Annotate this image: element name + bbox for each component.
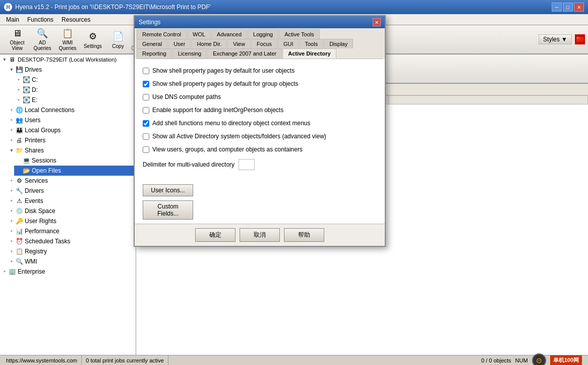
checkbox-row-view-containers: View users, groups, and computer objects… xyxy=(143,146,377,153)
tab-active-directory[interactable]: Active Directory xyxy=(282,48,336,59)
checkbox-inet-org-label: Enable support for adding InetOrgPerson … xyxy=(152,107,283,114)
tab-logging[interactable]: Logging xyxy=(248,29,278,39)
tree-drivers[interactable]: + 🔧 Drivers xyxy=(7,186,136,196)
right-toolbar-area: Styles ▼ 🇨🇳 xyxy=(539,34,585,44)
tree-services[interactable]: + ⚙ Services xyxy=(7,176,136,186)
tree-registry[interactable]: + 📋 Registry xyxy=(7,246,136,256)
tree-open-files[interactable]: 📂 Open Files xyxy=(14,166,136,176)
tab-general[interactable]: General xyxy=(137,39,167,48)
tab-reporting[interactable]: Reporting xyxy=(137,48,172,59)
tree-scheduled-tasks[interactable]: + ⏰ Scheduled Tasks xyxy=(7,236,136,246)
checkbox-shell-group[interactable] xyxy=(143,81,149,87)
tree-shares[interactable]: ▼ 📁 Shares xyxy=(7,145,136,155)
svc-icon: ⚙ xyxy=(15,177,23,185)
tab-view[interactable]: View xyxy=(227,39,251,48)
tree-performance[interactable]: + 📊 Performance xyxy=(7,226,136,236)
tab-focus[interactable]: Focus xyxy=(251,39,277,48)
tab-licensing[interactable]: Licensing xyxy=(172,48,207,59)
status-print: 0 total print jobs currently active xyxy=(82,355,168,365)
checkbox-view-containers[interactable] xyxy=(143,146,149,153)
checkbox-shell-functions[interactable] xyxy=(143,120,149,127)
user-icons-button[interactable]: User Icons... xyxy=(143,184,193,196)
shares-label: Shares xyxy=(25,147,44,154)
perf-label: Performance xyxy=(25,228,60,235)
custom-fields-button[interactable]: Custom Fields... xyxy=(143,200,193,220)
tree-printers[interactable]: + 🖨 Printers xyxy=(7,135,136,145)
checkbox-view-containers-label: View users, groups, and computer objects… xyxy=(152,146,303,153)
ds-expand: + xyxy=(8,207,15,215)
tab-gui[interactable]: GUI xyxy=(278,39,299,48)
printers-expand: + xyxy=(8,137,15,144)
root-expand-icon: ▼ xyxy=(1,56,8,63)
of-label: Open Files xyxy=(32,167,61,174)
tab-wol[interactable]: WOL xyxy=(187,29,211,39)
dialog-content: Show shell property pages by default for… xyxy=(135,59,385,184)
drive-d-label: D: xyxy=(32,86,38,93)
object-view-icon: 🖥 xyxy=(11,28,23,39)
st-expand: + xyxy=(8,238,15,245)
tree-enterprise[interactable]: + 🏢 Enterprise xyxy=(0,267,136,277)
dialog-close-button[interactable]: ✕ xyxy=(373,18,381,26)
tree-wmi[interactable]: + 🔍 WMI xyxy=(7,256,136,267)
svc-label: Services xyxy=(25,177,48,184)
tree-events[interactable]: + ⚠ Events xyxy=(7,196,136,206)
dialog-inner-buttons: User Icons... Custom Fields... xyxy=(135,184,385,224)
drive-e-expand: + xyxy=(15,96,22,103)
tree-users[interactable]: + 👥 Users xyxy=(7,115,136,125)
ad-queries-button[interactable]: 🔍 ADQueries xyxy=(30,28,54,51)
tab-advanced[interactable]: Advanced xyxy=(211,29,247,39)
checkbox-row-dns: Use DNS computer paths xyxy=(143,93,377,100)
checkbox-row-shell-user: Show shell property pages by default for… xyxy=(143,67,377,74)
title-bar: H Hyena v15.2 - Print jobs on '\\DESKTOP… xyxy=(0,0,588,14)
tree-root[interactable]: ▼ 🖥 DESKTOP-7S29EIT (Local Workstation) xyxy=(0,55,136,65)
tree-drive-c[interactable]: + 💽 C: xyxy=(14,75,136,85)
sessions-icon: 💻 xyxy=(22,157,30,165)
reg-label: Registry xyxy=(25,248,47,255)
tab-tools[interactable]: Tools xyxy=(299,39,323,48)
wmi-label: WMI xyxy=(25,258,37,265)
checkbox-dns-label: Use DNS computer paths xyxy=(152,93,221,100)
tree-local-groups[interactable]: + 👪 Local Groups xyxy=(7,125,136,135)
tree-drive-e[interactable]: + 💽 E: xyxy=(14,95,136,105)
checkbox-row-inet-org: Enable support for adding InetOrgPerson … xyxy=(143,107,377,114)
checkbox-show-all[interactable] xyxy=(143,133,149,140)
settings-button[interactable]: ⚙ Settings xyxy=(81,28,105,51)
settings-dialog: Settings ✕ Remote Control WOL Advanced L… xyxy=(134,15,386,247)
wmi-queries-button[interactable]: 📋 WMIQueries xyxy=(55,28,80,51)
cancel-button[interactable]: 取消 xyxy=(240,228,280,242)
checkbox-dns[interactable] xyxy=(143,94,149,100)
maximize-button[interactable]: □ xyxy=(563,3,573,12)
tabs-row-3: Reporting Licensing Exchange 2007 and La… xyxy=(137,48,383,59)
delimiter-input[interactable] xyxy=(239,159,255,170)
menu-resources[interactable]: Resources xyxy=(57,15,94,24)
tab-remote-control[interactable]: Remote Control xyxy=(137,29,187,39)
tree-user-rights[interactable]: + 🔑 User Rights xyxy=(7,216,136,226)
tree-drives[interactable]: ▼ 💾 Drives xyxy=(7,65,136,75)
app-icon: H xyxy=(4,3,12,11)
minimize-button[interactable]: ─ xyxy=(552,3,562,12)
checkbox-inet-org[interactable] xyxy=(143,107,149,114)
ur-expand: + xyxy=(8,218,15,225)
flag-icon: 🇨🇳 xyxy=(575,34,585,44)
wmi-icon: 🔍 xyxy=(15,257,23,266)
tab-user[interactable]: User xyxy=(168,39,191,48)
tab-exchange[interactable]: Exchange 2007 and Later xyxy=(207,48,282,59)
ok-button[interactable]: 确定 xyxy=(195,228,236,242)
tab-home-dir[interactable]: Home Dir. xyxy=(191,39,227,48)
help-button[interactable]: 帮助 xyxy=(284,228,324,242)
copy-button[interactable]: 📄 Copy xyxy=(106,28,130,51)
tab-display[interactable]: Display xyxy=(324,39,353,48)
menu-functions[interactable]: Functions xyxy=(23,15,57,24)
object-view-button[interactable]: 🖥 ObjectView xyxy=(5,28,29,51)
tree-local-connections[interactable]: + 🌐 Local Connections xyxy=(7,105,136,115)
tabs-row-1: Remote Control WOL Advanced Logging Acti… xyxy=(137,29,383,39)
tree-sessions[interactable]: 💻 Sessions xyxy=(14,155,136,166)
tree-disk-space[interactable]: + 💿 Disk Space xyxy=(7,206,136,216)
drive-e-label: E: xyxy=(32,96,37,103)
checkbox-shell-user[interactable] xyxy=(143,68,149,74)
tree-drive-d[interactable]: + 💽 D: xyxy=(14,85,136,95)
menu-main[interactable]: Main xyxy=(2,15,23,24)
tab-active-tools[interactable]: Active Tools xyxy=(279,29,320,39)
close-button[interactable]: ✕ xyxy=(574,3,584,12)
styles-dropdown[interactable]: Styles ▼ xyxy=(539,34,572,44)
